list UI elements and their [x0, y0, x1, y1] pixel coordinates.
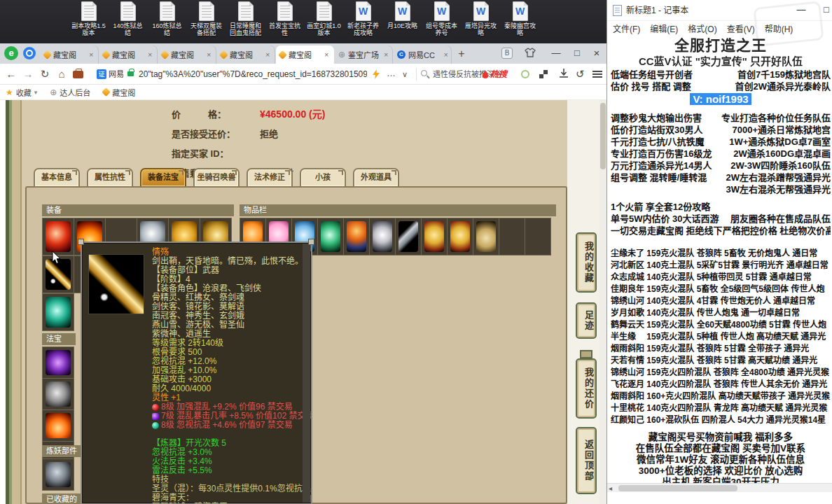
tab-close-icon[interactable]: ×	[444, 50, 448, 59]
side-tab-我的还价[interactable]: 我的还价	[576, 358, 597, 419]
desktop-icon[interactable]: W雁塔异光攻略	[464, 1, 498, 36]
notepad-text-area[interactable]: 全服打造之王CC蓝V认证 "实力宣传" 只开好队伍低端任务组号开创者首创7千15…	[611, 36, 831, 483]
item-slot[interactable]	[344, 218, 369, 255]
skin-theme-icon[interactable]	[525, 48, 536, 57]
url-input[interactable]: 20"tag"%3A%20"user"%7D&reco_request_id=1…	[139, 64, 367, 85]
tab-close-icon[interactable]: ×	[265, 50, 270, 59]
browser-tab[interactable]: C网易CC×	[394, 46, 452, 64]
desktop-icon[interactable]: W秦陵幽宫攻略	[503, 1, 537, 36]
item-slot[interactable]	[473, 218, 499, 255]
url-more-icon[interactable]: …	[387, 64, 396, 85]
word-file-icon: W	[473, 1, 489, 21]
item-slot[interactable]	[422, 218, 447, 255]
item-slot[interactable]	[448, 218, 473, 255]
desktop-icon[interactable]: 天梯双魔装备搭配	[189, 1, 223, 36]
briefcase-icon[interactable]	[73, 71, 83, 78]
browser-tab[interactable]: 藏宝阁×	[276, 46, 334, 64]
refresh-button[interactable]: ↻	[38, 64, 52, 85]
desktop-icon[interactable]: W新老孩子养成攻略	[346, 1, 380, 36]
desktop-icon[interactable]: 日常睡魔和回血鬼搭配	[228, 1, 263, 36]
notepad-hscrollbar-thumb[interactable]	[618, 485, 737, 491]
undo-icon[interactable]: ↺	[576, 64, 585, 85]
item-slot[interactable]	[43, 218, 74, 255]
notepad-footer-line: 在售队伍全部都在藏宝阁 买卖号加V联系	[611, 443, 831, 454]
tab-close-icon[interactable]: ×	[324, 50, 328, 59]
url-dropdown-icon[interactable]: ∨	[402, 64, 408, 85]
desktop-icon[interactable]: 160炼狱总结	[150, 1, 184, 36]
bookmark-item[interactable]: 藏宝阁	[103, 87, 135, 98]
tab-基本信息[interactable]: 基本信息	[34, 168, 80, 186]
download-icon[interactable]	[559, 69, 569, 79]
side-tab-返回顶部[interactable]: 返回顶部	[576, 427, 597, 494]
browser-tab[interactable]: 藏宝阁×	[41, 46, 99, 64]
lightning-icon[interactable]	[373, 69, 380, 79]
bookmark-item[interactable]: ★收藏▾	[6, 87, 37, 98]
side-tab-足迹[interactable]: 足迹	[576, 302, 597, 339]
notepad-team-line: 烟雨斜阳 159克火混队 苍狼阵 5甘霖 全带孩子 通异光	[611, 343, 831, 355]
tab-close-icon[interactable]: ×	[89, 50, 93, 59]
scroll-left-icon[interactable]: ◂	[609, 484, 612, 493]
empty-slot[interactable]	[525, 218, 550, 255]
home-button[interactable]: ⌂	[55, 64, 69, 85]
side-tab-我的收藏[interactable]: 我的收藏	[576, 232, 597, 293]
browser-tab[interactable]: ⊕鉴宝广场×	[335, 46, 393, 64]
desktop-icon[interactable]: 首发宝宝抗性	[268, 1, 302, 36]
bookmark-label: 达人后台	[60, 87, 90, 98]
notepad-service-row-left: 专业打造百万伤害16级龙	[611, 148, 712, 160]
browser-tab[interactable]: 藏宝阁×	[217, 46, 275, 64]
notepad-menu-item[interactable]: 格式(O)	[688, 22, 716, 34]
tab-close-icon[interactable]: ×	[384, 50, 388, 59]
bookmarks-bar: ★收藏▾⊕达人后台藏宝阁	[0, 85, 606, 100]
desktop-icon[interactable]: 画室幻城1.0版本	[307, 1, 341, 36]
new-tab-button[interactable]: +	[454, 47, 469, 62]
desktop-icon[interactable]: 副本攻略1.5版本	[71, 1, 106, 36]
browser-logo-icon[interactable]: e	[4, 46, 18, 60]
notepad-menu-item[interactable]: 查看(V)	[727, 22, 755, 34]
tooltip-line: 雷法反击 +5.5%	[152, 466, 301, 475]
item-slot[interactable]	[318, 218, 343, 255]
orange-flame-item	[46, 413, 71, 438]
item-slot[interactable]	[43, 459, 74, 490]
notepad-menu-item[interactable]: 编辑(E)	[650, 22, 678, 34]
item-slot[interactable]	[396, 218, 421, 255]
empty-slot[interactable]	[499, 218, 525, 255]
bookmark-item[interactable]: ⊕达人后台	[50, 87, 90, 98]
tab-小孩[interactable]: 小孩	[300, 168, 346, 186]
hot-search-label[interactable]: 热搜	[490, 64, 507, 85]
item-slot[interactable]	[370, 218, 395, 255]
search-icon[interactable]	[421, 70, 427, 76]
tooltip-scrollbar[interactable]	[303, 244, 310, 503]
item-slot[interactable]	[43, 379, 74, 410]
tab-close-icon[interactable]: ×	[207, 50, 211, 59]
desktop-icon[interactable]: W组号零成本养号	[424, 1, 459, 36]
browser-tab[interactable]: 藏宝阁×	[99, 46, 158, 64]
equip-section-header: 装备	[42, 204, 234, 216]
forward-button[interactable]: →	[21, 64, 35, 85]
browser-close-button[interactable]: ×	[587, 43, 606, 63]
word-logo-icon: W	[356, 5, 370, 18]
tab-装备法宝[interactable]: 装备法宝	[140, 168, 186, 186]
browser-scrollbar-thumb[interactable]	[600, 103, 606, 169]
extension-badge-icon[interactable]: B	[501, 48, 513, 59]
profile-avatar-icon[interactable]	[23, 47, 36, 59]
item-slot[interactable]	[43, 410, 74, 441]
apps-grid-icon[interactable]	[539, 70, 548, 78]
back-button[interactable]: ←	[4, 64, 18, 85]
tab-外观道具[interactable]: 外观道具	[353, 168, 399, 186]
tab-属性抗性[interactable]: 属性抗性	[87, 168, 133, 186]
desktop-icon[interactable]: W月10E攻略	[385, 1, 420, 36]
menu-icon[interactable]	[592, 71, 602, 78]
item-slot[interactable]	[43, 347, 74, 378]
desktop-icon[interactable]: 140炼狱总结	[111, 1, 145, 36]
word-file-icon: W	[513, 1, 528, 21]
tab-坐骑召唤兽[interactable]: 坐骑召唤兽	[193, 168, 240, 186]
notepad-hscrollbar[interactable]: ◂	[607, 483, 832, 492]
tab-close-icon[interactable]: ×	[148, 50, 152, 59]
item-slot[interactable]	[43, 294, 74, 330]
notepad-menu-item[interactable]: 文件(F)	[613, 22, 640, 34]
browser-maximize-button[interactable]: □	[567, 43, 587, 63]
browser-tab[interactable]: 藏宝阁×	[158, 46, 216, 64]
safety-status-icon[interactable]	[521, 70, 529, 78]
tab-法术修正[interactable]: 法术修正	[247, 168, 293, 186]
browser-minimize-button[interactable]: —	[546, 43, 566, 63]
